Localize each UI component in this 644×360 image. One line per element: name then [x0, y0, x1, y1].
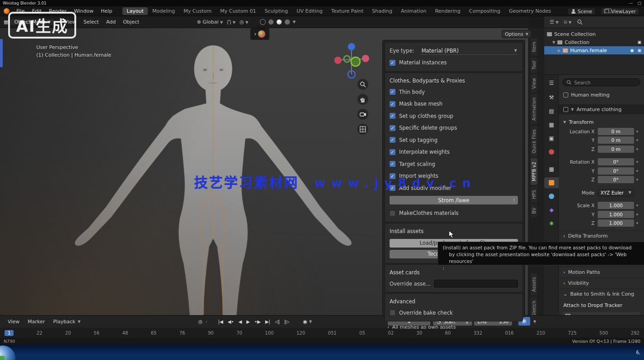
hide-eye-icon[interactable]: ●: [630, 48, 634, 53]
workspace-tab[interactable]: Animation: [397, 7, 430, 15]
workspace-tab[interactable]: Shading: [368, 7, 396, 15]
workspace-tab[interactable]: Geometry Nodes: [505, 7, 555, 15]
tool-tab-icon[interactable]: ⚒: [544, 92, 559, 103]
sidebar-tab[interactable]: Quick Files: [531, 126, 537, 157]
collapsed-property-section[interactable]: › Visibility: [559, 277, 644, 288]
object-tab-icon[interactable]: [544, 177, 559, 188]
prev-keyframe-icon[interactable]: ◀•: [226, 319, 235, 325]
workspace-tab[interactable]: Sculpting: [261, 7, 292, 15]
frame-tick[interactable]: 100: [265, 331, 273, 336]
render-camera-icon[interactable]: ▣: [637, 48, 641, 53]
checkbox-checked-icon[interactable]: ✓: [390, 137, 395, 143]
sidebar-tab[interactable]: BV: [531, 204, 537, 217]
mini-popover[interactable]: ›: [250, 28, 269, 40]
sidebar-tab[interactable]: View: [531, 74, 537, 92]
frame-tick[interactable]: 051: [328, 331, 337, 336]
scale-field[interactable]: 1.000: [598, 219, 634, 227]
animate-dot-icon[interactable]: [636, 148, 638, 150]
timeline-menu-item[interactable]: Playback: [50, 318, 78, 326]
keying-set-icon[interactable]: ◉: [303, 319, 307, 325]
scale-field[interactable]: 1.000: [598, 202, 634, 209]
workspace-tab[interactable]: Modeling: [148, 7, 179, 15]
delta-transform-section[interactable]: › Delta Transform: [559, 230, 644, 241]
animate-dot-icon[interactable]: [636, 131, 638, 132]
frame-tick[interactable]: 500: [600, 331, 608, 336]
sidebar-tab[interactable]: MPFB v2: [531, 158, 537, 185]
menu-item[interactable]: Help: [98, 7, 115, 15]
material-shading-icon[interactable]: [276, 19, 282, 25]
frame-tick[interactable]: 120: [297, 331, 305, 336]
workspace-tab[interactable]: Texture Paint: [327, 7, 367, 15]
proportional-edit-icon[interactable]: ◎ ▼: [239, 19, 248, 25]
sidebar-tab[interactable]: Assets: [531, 273, 537, 296]
workspace-tab[interactable]: My Custom: [180, 7, 216, 15]
breadcrumb-armature[interactable]: ▼ Armature clothing: [559, 104, 644, 114]
search-icon[interactable]: [577, 19, 583, 25]
wireframe-shading-icon[interactable]: [260, 19, 266, 25]
frame-tick[interactable]: 1: [5, 330, 14, 336]
location-field[interactable]: 0 m: [598, 146, 634, 153]
rendered-shading-icon[interactable]: [284, 19, 290, 25]
checkbox-checked-icon[interactable]: ✓: [390, 149, 395, 155]
pan-hand-icon[interactable]: [357, 94, 368, 105]
frame-tick[interactable]: 90: [208, 331, 214, 336]
panel-scrollbar[interactable]: [525, 42, 527, 317]
collection-tab-icon[interactable]: ▦: [544, 164, 559, 175]
frame-tick[interactable]: 292: [631, 331, 639, 336]
viewlayer-tab-icon[interactable]: ▦: [544, 119, 559, 130]
exclude-checkbox-icon[interactable]: ▣: [637, 40, 641, 44]
rotation-mode-dropdown[interactable]: XYZ Euler ▼: [598, 189, 634, 196]
workspace-tab[interactable]: Layout: [122, 7, 147, 15]
sidebar-tab[interactable]: Tool: [531, 57, 537, 73]
new-collection-icon[interactable]: ⌸ ▼: [564, 19, 571, 25]
frame-tick[interactable]: 70: [236, 331, 242, 336]
editor-type-icon[interactable]: ▦: [4, 19, 8, 25]
camera-view-icon[interactable]: [357, 109, 368, 120]
outliner-row-collection[interactable]: ▼ Collection ▣: [544, 38, 644, 46]
scene-selector[interactable]: Scene: [567, 8, 596, 15]
scale-field[interactable]: 1.000: [598, 211, 634, 218]
animate-dot-icon[interactable]: [636, 179, 638, 180]
jump-end-icon[interactable]: ▶|: [264, 319, 272, 325]
viewlayer-selector[interactable]: ViewLayer: [600, 8, 639, 15]
outliner-row-scene-collection[interactable]: Scene Collection: [544, 30, 644, 38]
checkbox-checked-icon[interactable]: ✓: [390, 60, 395, 66]
zoom-icon[interactable]: [357, 79, 368, 90]
output-tab-icon[interactable]: ▤: [544, 106, 559, 117]
jump-start-icon[interactable]: |◀: [217, 319, 224, 325]
world-tab-icon[interactable]: [544, 146, 559, 157]
solid-shading-icon[interactable]: [268, 19, 274, 25]
checkbox-checked-icon[interactable]: ✓: [390, 113, 395, 119]
keying-dot-icon[interactable]: ·: [206, 319, 208, 325]
strom-enum-bar[interactable]: Strom /lawe ⁝: [390, 196, 518, 204]
viewport-menu-item[interactable]: Select: [80, 18, 102, 26]
transform-section-title[interactable]: ▼ Transform: [559, 117, 644, 127]
frame-tick[interactable]: 76: [179, 331, 185, 336]
viewport-menu-item[interactable]: Add: [103, 18, 119, 26]
checkbox-checked-icon[interactable]: ✓: [390, 161, 395, 167]
rotation-field[interactable]: 0°: [598, 176, 634, 183]
scene-tab-icon[interactable]: ▣: [544, 133, 559, 144]
timeline-menu-item[interactable]: Marker: [24, 318, 48, 326]
next-frame-icon[interactable]: |▷: [283, 319, 291, 325]
eye-type-dropdown[interactable]: Material (PBR) ▼: [420, 47, 518, 55]
chevron-down-icon[interactable]: ▼: [293, 20, 295, 24]
frame-tick[interactable]: 210: [537, 331, 545, 336]
properties-search[interactable]: Search: [562, 78, 640, 86]
animate-dot-icon[interactable]: [636, 139, 638, 141]
sidebar-tab[interactable]: Item: [531, 38, 537, 56]
checkbox-checked-icon[interactable]: ✓: [390, 101, 395, 107]
workspace-tab[interactable]: My Custom 01: [216, 7, 260, 15]
prev-frame-icon[interactable]: ◁|: [273, 319, 281, 325]
viewport-menu-item[interactable]: Object: [120, 18, 142, 26]
sidebar-tab[interactable]: HPS: [531, 186, 537, 203]
workspace-tab[interactable]: UV Editing: [293, 7, 327, 15]
animate-dot-icon[interactable]: [636, 214, 638, 215]
auto-key-icon[interactable]: ◎: [198, 319, 203, 325]
editor-selector-icon[interactable]: ☰: [544, 78, 559, 88]
physics-tab-icon[interactable]: [544, 191, 559, 202]
animate-dot-icon[interactable]: [636, 204, 638, 206]
checkbox-unchecked-icon[interactable]: ✓: [390, 310, 395, 316]
timeline-menu-item[interactable]: View: [5, 318, 23, 326]
frame-tick[interactable]: 48: [122, 331, 128, 336]
